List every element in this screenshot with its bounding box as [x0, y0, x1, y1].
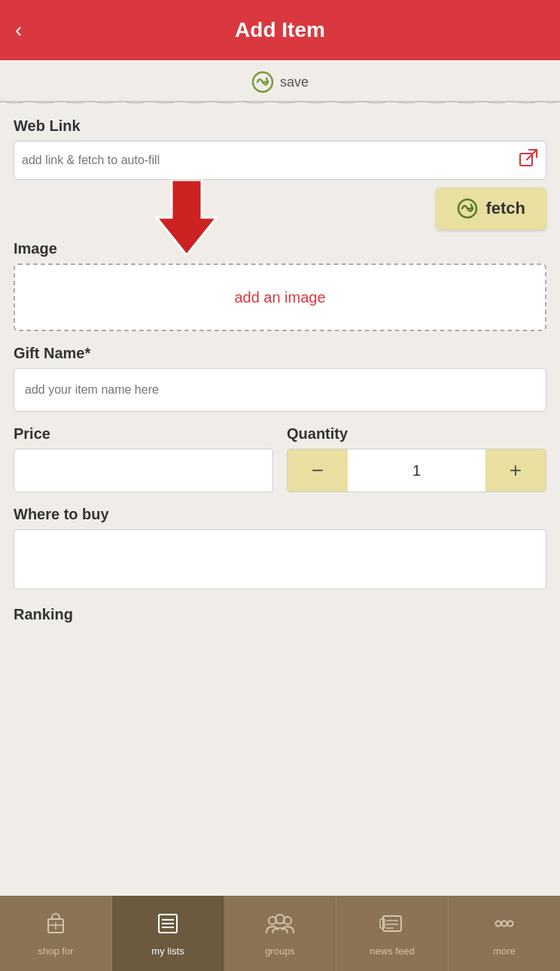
nav-shop-for-label: shop for: [38, 945, 74, 957]
nav-more[interactable]: more: [449, 896, 560, 971]
content-area: Web Link fetch Image: [0, 102, 560, 735]
svg-point-21: [502, 921, 507, 927]
nav-news-feed-label: news feed: [370, 945, 414, 957]
svg-point-20: [496, 921, 501, 927]
web-link-input[interactable]: [22, 154, 519, 167]
fetch-arrow: [149, 180, 224, 258]
quantity-value: 1: [348, 462, 485, 479]
page-title: Add Item: [235, 18, 325, 42]
quantity-label: Quantity: [287, 425, 546, 443]
fetch-button[interactable]: fetch: [436, 187, 546, 230]
where-to-buy-input[interactable]: [14, 529, 546, 589]
web-link-label: Web Link: [14, 117, 546, 135]
image-section: Image add an image: [14, 240, 546, 331]
save-icon: [251, 71, 274, 93]
shop-for-icon: [42, 910, 69, 942]
web-link-row: [14, 141, 546, 180]
nav-my-lists-label: my lists: [151, 945, 184, 957]
nav-shop-for[interactable]: shop for: [0, 896, 112, 971]
save-label: save: [280, 75, 309, 90]
price-label: Price: [14, 425, 273, 443]
price-input[interactable]: [14, 449, 273, 492]
image-drop-area[interactable]: add an image: [14, 263, 546, 331]
quantity-controls: − 1 +: [287, 449, 546, 492]
nav-groups[interactable]: groups: [224, 896, 336, 971]
nav-groups-label: groups: [265, 945, 295, 957]
ranking-label: Ranking: [14, 606, 546, 623]
price-qty-row: Price Quantity − 1 +: [14, 425, 546, 492]
gift-name-section: Gift Name*: [14, 345, 546, 412]
save-bar[interactable]: save: [0, 60, 560, 102]
svg-rect-15: [383, 916, 401, 931]
nav-news-feed[interactable]: news feed: [336, 896, 449, 971]
nav-my-lists[interactable]: my lists: [112, 896, 224, 971]
image-label: Image: [14, 240, 546, 257]
fetch-sync-icon: [457, 198, 478, 219]
header: ‹ Add Item: [0, 0, 560, 60]
add-image-label: add an image: [234, 289, 325, 306]
groups-icon: [265, 910, 295, 942]
quantity-plus-button[interactable]: +: [485, 449, 546, 492]
svg-point-13: [275, 915, 285, 924]
where-to-buy-section: Where to buy: [14, 506, 546, 592]
fetch-row: fetch: [14, 187, 546, 230]
fetch-label: fetch: [485, 199, 525, 218]
my-lists-icon: [154, 910, 181, 942]
svg-point-22: [508, 921, 513, 927]
where-to-buy-label: Where to buy: [14, 506, 546, 523]
quantity-section: Quantity − 1 +: [287, 425, 546, 492]
nav-more-label: more: [493, 945, 516, 957]
back-button[interactable]: ‹: [15, 18, 22, 42]
price-section: Price: [14, 425, 273, 492]
gift-name-label: Gift Name*: [14, 345, 546, 362]
external-link-icon[interactable]: [519, 148, 538, 172]
more-icon: [491, 910, 518, 942]
ranking-section: Ranking: [14, 606, 546, 623]
news-feed-icon: [379, 910, 406, 942]
svg-marker-3: [157, 180, 217, 255]
gift-name-input[interactable]: [14, 368, 546, 412]
quantity-minus-button[interactable]: −: [288, 449, 348, 492]
bottom-nav: shop for my lists groups: [0, 896, 560, 971]
